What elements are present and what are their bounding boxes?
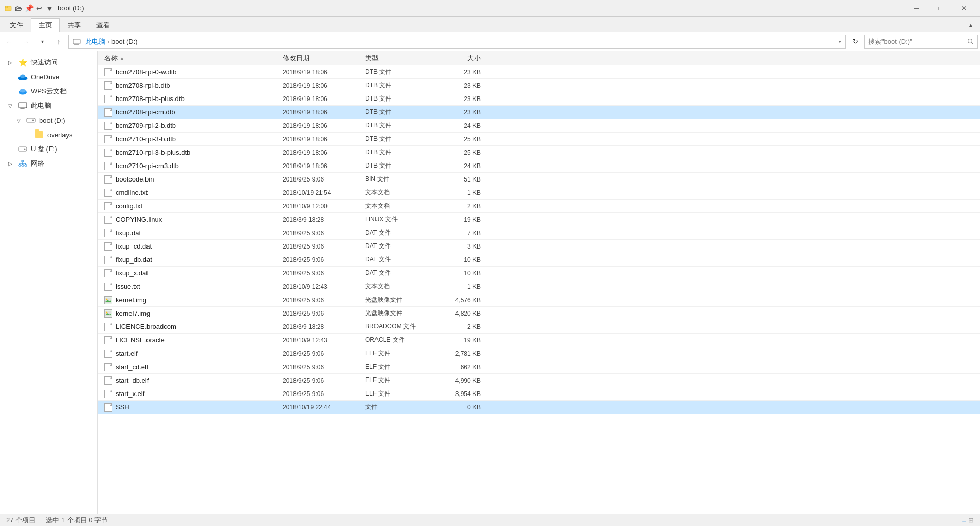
table-row[interactable]: fixup.dat 2018/9/25 9:06 DAT 文件 7 KB <box>98 226 980 240</box>
close-button[interactable]: ✕ <box>952 0 976 17</box>
file-type: ELF 文件 <box>365 363 437 371</box>
sidebar-item-boot[interactable]: ▽ boot (D:) <box>0 113 97 127</box>
new-folder-icon: 🗁 <box>14 4 23 12</box>
table-row[interactable]: bcm2709-rpi-2-b.dtb 2018/9/19 18:06 DTB … <box>98 119 980 133</box>
tab-view[interactable]: 查看 <box>89 18 118 32</box>
table-row[interactable]: SSH 2018/10/19 22:44 文件 0 KB <box>98 401 980 414</box>
search-input[interactable] <box>868 38 967 45</box>
table-row[interactable]: fixup_db.dat 2018/9/25 9:06 DAT 文件 10 KB <box>98 253 980 267</box>
file-date: 2018/9/19 18:06 <box>283 82 365 89</box>
table-row[interactable]: start_db.elf 2018/9/25 9:06 ELF 文件 4,990… <box>98 374 980 387</box>
file-name: fixup.dat <box>102 229 283 237</box>
expand-icon <box>6 145 14 153</box>
table-row[interactable]: bcm2710-rpi-cm3.dtb 2018/9/19 18:06 DTB … <box>98 159 980 173</box>
file-size: 23 KB <box>437 82 489 89</box>
table-row[interactable]: bcm2708-rpi-cm.dtb 2018/9/19 18:06 DTB 文… <box>98 106 980 119</box>
file-date: 2018/9/25 9:06 <box>283 364 365 371</box>
view-buttons: ≡ ⊞ <box>962 516 974 524</box>
onedrive-icon <box>18 73 28 81</box>
table-row[interactable]: issue.txt 2018/10/9 12:43 文本文档 1 KB <box>98 280 980 293</box>
file-type: 光盘映像文件 <box>365 295 437 304</box>
back-button[interactable]: ← <box>2 35 17 49</box>
file-icon <box>104 283 112 291</box>
file-icon <box>104 323 112 331</box>
col-header-size[interactable]: 大小 <box>437 54 489 63</box>
forward-button[interactable]: → <box>19 35 33 49</box>
tab-home[interactable]: 主页 <box>31 18 60 32</box>
table-row[interactable]: COPYING.linux 2018/3/9 18:28 LINUX 文件 19… <box>98 213 980 226</box>
svg-point-5 <box>968 39 972 43</box>
minimize-button[interactable]: ─ <box>905 0 928 17</box>
sidebar-item-udisk[interactable]: U 盘 (E:) <box>0 142 97 156</box>
tab-share[interactable]: 共享 <box>60 18 89 32</box>
ribbon: 文件 主页 共享 查看 ▲ <box>0 17 980 32</box>
col-header-type[interactable]: 类型 <box>365 54 437 63</box>
svg-point-11 <box>20 89 26 93</box>
sidebar-label-network: 网络 <box>31 159 44 168</box>
table-row[interactable]: bootcode.bin 2018/9/25 9:06 BIN 文件 51 KB <box>98 173 980 186</box>
file-name: bootcode.bin <box>102 175 283 184</box>
sidebar-item-quickaccess[interactable]: ▷ ⭐ 快速访问 <box>0 55 97 70</box>
refresh-button[interactable]: ↻ <box>848 35 862 49</box>
svg-rect-22 <box>19 165 21 166</box>
breadcrumb-dropdown-icon[interactable]: ▾ <box>839 39 841 44</box>
file-type: ELF 文件 <box>365 389 437 398</box>
table-row[interactable]: bcm2708-rpi-b-plus.dtb 2018/9/19 18:06 D… <box>98 92 980 106</box>
file-date: 2018/3/9 18:28 <box>283 323 365 331</box>
sidebar-item-thispc[interactable]: ▽ 此电脑 <box>0 98 97 113</box>
table-row[interactable]: fixup_cd.dat 2018/9/25 9:06 DAT 文件 3 KB <box>98 240 980 253</box>
table-row[interactable]: bcm2708-rpi-b.dtb 2018/9/19 18:06 DTB 文件… <box>98 79 980 92</box>
table-row[interactable]: LICENCE.broadcom 2018/3/9 18:28 BROADCOM… <box>98 320 980 334</box>
details-view-button[interactable]: ≡ <box>962 516 966 524</box>
file-name: issue.txt <box>102 283 283 291</box>
sidebar-item-onedrive[interactable]: OneDrive <box>0 70 97 84</box>
undo-icon: ↩ <box>35 4 43 12</box>
table-row[interactable]: fixup_x.dat 2018/9/25 9:06 DAT 文件 10 KB <box>98 267 980 280</box>
breadcrumb-computer[interactable]: 此电脑 <box>73 37 105 46</box>
search-icon <box>967 38 974 45</box>
file-name: bcm2709-rpi-2-b.dtb <box>102 122 283 130</box>
file-name: LICENCE.broadcom <box>102 323 283 331</box>
col-header-date[interactable]: 修改日期 <box>283 54 365 63</box>
table-row[interactable]: bcm2710-rpi-3-b.dtb 2018/9/19 18:06 DTB … <box>98 133 980 146</box>
file-name: start_db.elf <box>102 376 283 385</box>
tab-file[interactable]: 文件 <box>2 18 31 32</box>
table-row[interactable]: bcm2708-rpi-0-w.dtb 2018/9/19 18:06 DTB … <box>98 65 980 79</box>
file-type: DTB 文件 <box>365 121 437 130</box>
col-header-name[interactable]: 名称 ▲ <box>102 54 283 63</box>
table-row[interactable]: cmdline.txt 2018/10/19 21:54 文本文档 1 KB <box>98 186 980 200</box>
file-size: 2,781 KB <box>437 350 489 357</box>
file-type: LINUX 文件 <box>365 215 437 224</box>
network-icon <box>18 159 28 168</box>
sidebar-item-wps[interactable]: WPS云文档 <box>0 84 97 98</box>
file-icon <box>104 68 112 76</box>
table-row[interactable]: kernel.img 2018/9/25 9:06 光盘映像文件 4,576 K… <box>98 293 980 307</box>
sort-arrow-name: ▲ <box>120 56 124 61</box>
table-row[interactable]: start_cd.elf 2018/9/25 9:06 ELF 文件 662 K… <box>98 360 980 374</box>
address-path[interactable]: 此电脑 › boot (D:) ▾ <box>68 35 846 49</box>
title-bar-controls: ─ □ ✕ <box>905 0 976 17</box>
table-row[interactable]: kernel7.img 2018/9/25 9:06 光盘映像文件 4,820 … <box>98 307 980 320</box>
breadcrumb-drive[interactable]: boot (D:) <box>111 38 138 45</box>
svg-point-31 <box>106 298 108 300</box>
file-size: 51 KB <box>437 176 489 183</box>
table-row[interactable]: start.elf 2018/9/25 9:06 ELF 文件 2,781 KB <box>98 347 980 360</box>
table-row[interactable]: config.txt 2018/10/9 12:00 文本文档 2 KB <box>98 200 980 213</box>
history-dropdown-button[interactable]: ▾ <box>35 35 50 49</box>
file-type: BROADCOM 文件 <box>365 322 437 331</box>
table-row[interactable]: start_x.elf 2018/9/25 9:06 ELF 文件 3,954 … <box>98 387 980 401</box>
svg-point-16 <box>32 120 34 121</box>
sidebar-item-network[interactable]: ▷ 网络 <box>0 156 97 171</box>
svg-rect-4 <box>74 44 79 45</box>
sidebar-label-thispc: 此电脑 <box>31 101 51 110</box>
maximize-button[interactable]: □ <box>928 0 952 17</box>
file-icon <box>104 95 112 103</box>
ribbon-collapse-button[interactable]: ▲ <box>963 18 978 32</box>
table-row[interactable]: bcm2710-rpi-3-b-plus.dtb 2018/9/19 18:06… <box>98 146 980 159</box>
table-row[interactable]: LICENSE.oracle 2018/10/9 12:43 ORACLE 文件… <box>98 334 980 347</box>
up-button[interactable]: ↑ <box>52 35 66 49</box>
large-icon-view-button[interactable]: ⊞ <box>968 516 974 524</box>
svg-rect-1 <box>5 6 8 8</box>
sidebar-item-overlays[interactable]: overlays <box>0 127 97 142</box>
file-type: DTB 文件 <box>365 81 437 90</box>
